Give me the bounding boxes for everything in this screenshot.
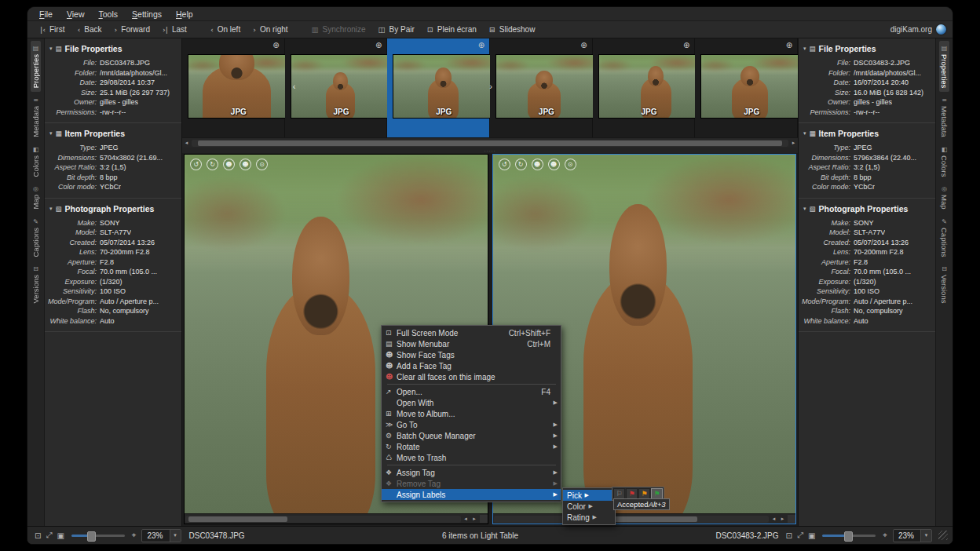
- left-zoom-combo[interactable]: 23% ▾: [141, 529, 181, 542]
- left-sidebar-tab[interactable]: ⊟ Versions: [31, 261, 41, 307]
- left-actual-size-icon[interactable]: ▣: [54, 531, 66, 540]
- left-preview-scrollbar[interactable]: ◂ ▸: [185, 513, 488, 524]
- context-menu-item[interactable]: ❖ Assign Tag ▶: [382, 467, 561, 478]
- slider-knob[interactable]: [87, 531, 96, 542]
- slider-knob[interactable]: [844, 531, 853, 542]
- toolbar-button[interactable]: |‹ First: [34, 24, 71, 35]
- toolbar-button[interactable]: ◫ By Pair: [372, 24, 421, 35]
- toolbar-button[interactable]: ‹ Back: [71, 24, 108, 35]
- sync-view-icon[interactable]: ⊙: [565, 159, 576, 170]
- right-sidebar-tab[interactable]: ≡ Metadata: [939, 93, 949, 141]
- right-sidebar-tab[interactable]: ◎ Map: [939, 181, 949, 213]
- scrollbar-thumb[interactable]: [188, 516, 287, 522]
- scroll-right-arrow-icon[interactable]: ▸: [470, 516, 479, 522]
- sync-view-icon[interactable]: ⊙: [256, 159, 268, 170]
- right-zoom-slider[interactable]: [822, 535, 876, 537]
- left-zoom-slider[interactable]: [71, 535, 125, 537]
- left-zoom-fit-icon[interactable]: ⊡: [32, 531, 43, 540]
- left-sidebar-tab[interactable]: ✎ Captions: [31, 214, 41, 261]
- right-actual-size-icon[interactable]: ▣: [806, 531, 817, 540]
- thumbnail-item[interactable]: ⊕ JPG: [593, 38, 695, 137]
- right-zoom-combo[interactable]: 23% ▾: [893, 529, 932, 542]
- section-header[interactable]: ▾ ▦ Item Properties: [799, 123, 935, 143]
- right-sidebar-tab[interactable]: ⊟ Versions: [939, 261, 949, 307]
- toolbar-button[interactable]: › Forward: [108, 24, 157, 35]
- pick-flag-button[interactable]: ⚑: [651, 488, 663, 499]
- toolbar-button[interactable]: ⊡ Plein écran: [421, 24, 483, 35]
- pan-right-icon[interactable]: ›: [489, 82, 492, 91]
- right-zoom-region-icon[interactable]: ⌖: [880, 531, 890, 540]
- thumbnail-scrollbar[interactable]: ◂ ▸: [182, 137, 798, 148]
- pick-flag-button[interactable]: ⚑: [638, 488, 650, 499]
- dropdown-arrow-icon[interactable]: ▾: [920, 530, 931, 542]
- right-sidebar-tab[interactable]: ▤ Properties: [939, 41, 949, 92]
- dropdown-arrow-icon[interactable]: ▾: [170, 530, 181, 542]
- scroll-right-arrow-icon[interactable]: ▸: [778, 516, 787, 522]
- section-header[interactable]: ▾ ▧ Photograph Properties: [799, 199, 935, 218]
- submenu-item[interactable]: Color ▶: [563, 501, 615, 512]
- context-menu-item[interactable]: ♺ Move to Trash: [382, 452, 561, 463]
- left-sidebar-tab[interactable]: ▤ Properties: [31, 41, 41, 92]
- scroll-left-arrow-icon[interactable]: ◂: [462, 516, 470, 522]
- left-sidebar-tab[interactable]: ≡ Metadata: [31, 93, 41, 141]
- context-menu-item[interactable]: ☻ Clear all faces on this image: [382, 371, 561, 382]
- rotate-left-icon[interactable]: ↺: [190, 159, 202, 170]
- thumbnail-item[interactable]: ⊕ JPG ‹: [285, 38, 387, 137]
- context-menu-item[interactable]: ❖ Remove Tag ▶: [382, 478, 561, 489]
- toolbar-button[interactable]: ⊟ Slideshow: [483, 24, 542, 35]
- window-resize-grip[interactable]: [938, 531, 948, 540]
- right-zoom-fit-icon[interactable]: ⊡: [784, 531, 795, 540]
- scroll-left-arrow-icon[interactable]: ◂: [770, 516, 778, 522]
- context-menu-item[interactable]: ↻ Rotate ▶: [382, 441, 561, 452]
- menubar-item[interactable]: View: [61, 9, 90, 20]
- menubar-item[interactable]: Tools: [93, 9, 124, 20]
- scroll-left-arrow-icon[interactable]: ◂: [182, 140, 191, 146]
- scrollbar-thumb[interactable]: [198, 140, 783, 146]
- scrollbar-track[interactable]: [494, 516, 770, 523]
- right-sidebar-tab[interactable]: ◧ Colors: [939, 142, 949, 181]
- show-face-tags-icon[interactable]: ☻: [223, 159, 235, 170]
- pan-left-icon[interactable]: ‹: [293, 82, 296, 91]
- left-zoom-region-icon[interactable]: ⌖: [130, 531, 139, 540]
- section-header[interactable]: ▾ ▤ File Properties: [45, 38, 181, 58]
- rotate-left-icon[interactable]: ↺: [499, 159, 510, 170]
- splitter-handle[interactable]: ·····: [182, 148, 798, 153]
- submenu-item[interactable]: Pick ▶: [563, 490, 615, 501]
- scrollbar-track[interactable]: [185, 516, 461, 523]
- menubar-item[interactable]: File: [34, 9, 58, 20]
- toolbar-button[interactable]: ‹ On left: [204, 24, 247, 35]
- context-menu-item[interactable]: ⊡ Full Screen Mode Ctrl+Shift+F: [382, 327, 561, 338]
- right-fit-selection-icon[interactable]: ⤢: [795, 531, 806, 540]
- toolbar-button[interactable]: ›| Last: [156, 24, 193, 35]
- context-menu-item[interactable]: ⊞ Move to Album...: [382, 408, 561, 419]
- context-menu-item[interactable]: Assign Labels ▶: [382, 489, 561, 500]
- submenu-item[interactable]: Rating ▶: [563, 512, 615, 523]
- context-menu-item[interactable]: ☻ Show Face Tags: [382, 349, 561, 360]
- section-header[interactable]: ▾ ▤ File Properties: [799, 38, 935, 58]
- context-menu-item[interactable]: ≫ Go To ▶: [382, 419, 561, 430]
- add-face-tag-icon[interactable]: ☻: [548, 159, 560, 170]
- menubar-item[interactable]: Settings: [126, 9, 167, 20]
- thumbnail-item[interactable]: ⊕ JPG: [695, 38, 797, 137]
- right-sidebar-tab[interactable]: ✎ Captions: [939, 214, 949, 261]
- menubar-item[interactable]: Help: [170, 9, 199, 20]
- scroll-right-arrow-icon[interactable]: ▸: [789, 140, 798, 146]
- scrollbar-track[interactable]: [192, 140, 788, 147]
- context-menu-item[interactable]: ☻ Add a Face Tag: [382, 360, 561, 371]
- toolbar-button[interactable]: ▥ Synchronize: [305, 24, 372, 35]
- toolbar-button[interactable]: › On right: [247, 24, 294, 35]
- add-face-tag-icon[interactable]: ☻: [240, 159, 251, 170]
- section-header[interactable]: ▾ ▧ Photograph Properties: [45, 199, 181, 218]
- context-menu-item[interactable]: Open With ▶: [382, 397, 561, 408]
- pick-flag-button[interactable]: ⚐: [613, 488, 625, 499]
- context-menu-item[interactable]: ↗ Open... F4: [382, 386, 561, 397]
- pick-flag-button[interactable]: ⚑: [626, 488, 638, 499]
- digikam-logo-icon[interactable]: [936, 24, 946, 35]
- right-preview-scrollbar[interactable]: ◂ ▸: [493, 513, 796, 524]
- rotate-right-icon[interactable]: ↻: [515, 159, 527, 170]
- digikam-org-link[interactable]: digiKam.org: [890, 25, 932, 34]
- thumbnail-item[interactable]: ⊕ JPG: [490, 38, 592, 137]
- show-face-tags-icon[interactable]: ☻: [532, 159, 543, 170]
- context-menu-item[interactable]: ⚙ Batch Queue Manager ▶: [382, 430, 561, 441]
- left-sidebar-tab[interactable]: ◎ Map: [31, 181, 41, 213]
